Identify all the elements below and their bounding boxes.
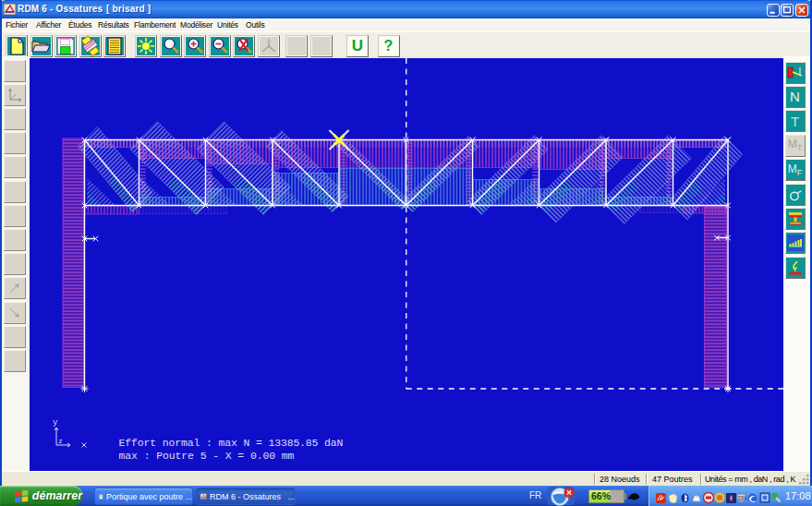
svg-text:DSL: DSL [738,495,747,500]
svg-text:Effort normal : max N = 13385.: Effort normal : max N = 13385.85 daN [119,437,344,449]
svg-text:z: z [58,437,63,445]
svg-text:y: y [53,418,58,428]
svg-text:max : Poutre 5 - X = 0.00 mm: max : Poutre 5 - X = 0.00 mm [119,450,295,462]
